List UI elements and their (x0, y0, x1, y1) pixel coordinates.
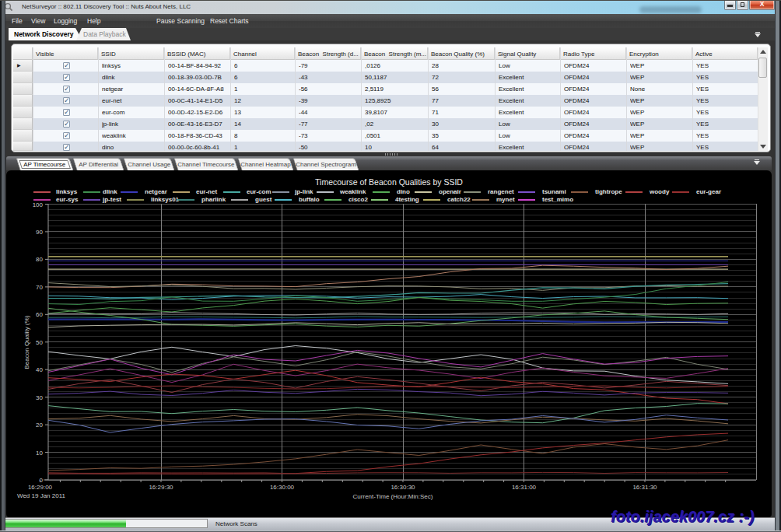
svg-text:90: 90 (36, 229, 43, 236)
svg-text:60: 60 (36, 311, 43, 318)
svg-text:16:29:30: 16:29:30 (149, 484, 173, 491)
svg-text:100: 100 (33, 201, 44, 208)
svg-text:Beacon Quality (%): Beacon Quality (%) (23, 315, 30, 369)
svg-text:10: 10 (36, 450, 43, 457)
svg-text:16:30:00: 16:30:00 (270, 484, 295, 491)
svg-text:80: 80 (36, 256, 43, 263)
svg-text:Wed 19 Jan 2011: Wed 19 Jan 2011 (17, 492, 66, 499)
svg-text:16:30:30: 16:30:30 (390, 484, 415, 491)
svg-text:20: 20 (36, 422, 43, 429)
svg-text:16:31:30: 16:31:30 (632, 484, 657, 491)
svg-text:0: 0 (40, 477, 44, 484)
svg-text:16:31:00: 16:31:00 (512, 484, 537, 491)
svg-text:40: 40 (36, 366, 43, 373)
svg-text:16:29:00: 16:29:00 (28, 484, 53, 491)
svg-text:50: 50 (36, 339, 43, 346)
svg-text:Current-Time (Hour:Min:Sec): Current-Time (Hour:Min:Sec) (353, 493, 433, 500)
svg-text:30: 30 (36, 394, 43, 401)
svg-text:70: 70 (36, 284, 43, 291)
